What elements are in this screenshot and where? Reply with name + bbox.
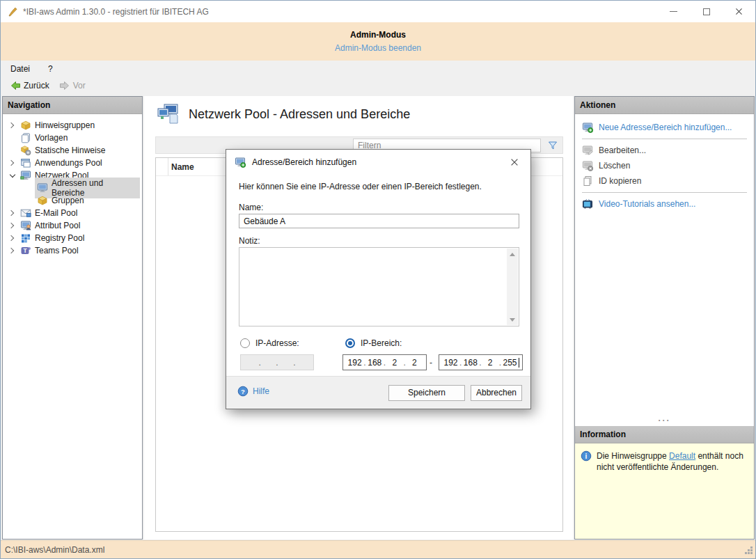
text-caret	[519, 358, 519, 368]
menu-datei[interactable]: Datei	[10, 64, 30, 74]
package-icon	[37, 195, 48, 206]
navigation-tree: Hinweisgruppen Vorlagen Statische Hinwei…	[3, 114, 142, 257]
pages-icon	[20, 132, 31, 143]
sidebar-item-vorlagen[interactable]: Vorlagen	[3, 132, 142, 144]
monitor-add-icon	[235, 157, 246, 168]
expand-chevron-icon[interactable]	[6, 249, 18, 253]
scroll-up-icon[interactable]	[507, 249, 518, 260]
expand-chevron-icon[interactable]	[6, 236, 18, 240]
name-field[interactable]	[239, 214, 519, 228]
close-button[interactable]	[723, 1, 755, 22]
maximize-button[interactable]	[690, 1, 723, 22]
title-bar: *IBI-aws Admin 1.30.0 - registriert für …	[1, 1, 755, 22]
sidebar-item-label: Anwendungs Pool	[35, 158, 102, 168]
sidebar-item-hinweisgruppen[interactable]: Hinweisgruppen	[3, 119, 142, 132]
action-label: ID kopieren	[599, 176, 641, 186]
sidebar-item-label: Vorlagen	[35, 133, 68, 143]
expand-chevron-icon[interactable]	[6, 211, 18, 215]
sidebar-item-attribut-pool[interactable]: Attribut Pool	[3, 219, 142, 232]
close-icon	[510, 157, 519, 167]
ip-address-field[interactable]: ...	[240, 354, 314, 370]
mail-icon	[20, 207, 31, 219]
action-copy-id[interactable]: ID kopieren	[575, 173, 754, 189]
action-new-address[interactable]: Neue Adresse/Bereich hinzufügen...	[575, 120, 754, 135]
note-field[interactable]	[239, 247, 519, 326]
navigation-panel: Navigation Hinweisgruppen Vorlagen Stati…	[2, 96, 143, 540]
minimize-button[interactable]	[657, 1, 690, 22]
dialog-title: Adresse/Bereich hinzufügen	[252, 157, 356, 167]
admin-mode-title: Admin-Modus	[1, 22, 755, 40]
resize-grip[interactable]	[743, 545, 753, 554]
divider	[582, 192, 747, 193]
copy-icon	[582, 175, 593, 187]
ip-range-radio[interactable]	[345, 338, 355, 348]
collapse-chevron-icon[interactable]	[6, 175, 18, 177]
network-pool-icon	[157, 104, 180, 125]
expand-chevron-icon[interactable]	[6, 161, 18, 165]
help-icon	[237, 386, 249, 397]
filter-funnel-icon	[547, 140, 558, 151]
panel-splitter[interactable]: ···	[575, 415, 754, 426]
menu-bar: Datei ?	[1, 61, 755, 77]
ip-fields-row: ... 192.168.2.2 - 192.168.2.255	[240, 354, 521, 370]
minimize-icon	[670, 11, 677, 12]
range-separator: -	[430, 354, 432, 370]
network-monitor-icon	[20, 170, 31, 181]
information-header: Information	[575, 426, 754, 443]
admin-mode-exit-link[interactable]: Admin-Modus beenden	[335, 43, 421, 53]
status-bar: C:\IBI-aws\Admin\Data.xml	[1, 540, 755, 558]
actions-header: Aktionen	[575, 97, 754, 114]
back-button[interactable]: Zurück	[6, 79, 53, 93]
nav-toolbar: Zurück Vor	[1, 77, 755, 94]
sidebar-item-label: Registry Pool	[35, 233, 84, 243]
ip-range-start-field[interactable]: 192.168.2.2	[342, 354, 427, 370]
forward-button[interactable]: Vor	[56, 79, 89, 93]
ip-range-option[interactable]: IP-Bereich:	[345, 338, 402, 348]
information-text: Die Hinweisgruppe Default enthält noch n…	[597, 450, 748, 539]
info-icon	[581, 450, 592, 462]
actions-list: Neue Adresse/Bereich hinzufügen... Bearb…	[575, 114, 754, 426]
ip-range-end-field[interactable]: 192.168.2.255	[439, 354, 523, 370]
right-panel: Aktionen Neue Adresse/Bereich hinzufügen…	[574, 96, 755, 540]
registry-grid-icon	[20, 233, 31, 244]
sidebar-item-label: Teams Pool	[35, 246, 79, 255]
expand-chevron-icon[interactable]	[6, 123, 18, 127]
sidebar-item-gruppen[interactable]: Gruppen	[3, 194, 142, 207]
column-header-name[interactable]: Name	[168, 162, 194, 172]
default-group-link[interactable]: Default	[669, 451, 695, 461]
window-controls	[657, 1, 755, 22]
info-text-before: Die Hinweisgruppe	[597, 451, 669, 461]
sidebar-item-statische-hinweise[interactable]: Statische Hinweise	[3, 144, 142, 157]
ip-address-label: IP-Adresse:	[255, 338, 299, 348]
scrollbar[interactable]	[507, 249, 518, 325]
splitter-grip-icon: ···	[659, 418, 671, 423]
scroll-down-icon[interactable]	[507, 314, 518, 325]
information-panel: Die Hinweisgruppe Default enthält noch n…	[575, 443, 754, 539]
app-icon	[7, 6, 18, 17]
sidebar-item-label: Statische Hinweise	[35, 145, 105, 155]
sidebar-item-email-pool[interactable]: E-Mail Pool	[3, 207, 142, 219]
action-label: Löschen	[599, 161, 630, 171]
sidebar-item-adressen-und-bereiche[interactable]: Adressen und Bereiche	[3, 182, 142, 194]
filter-button[interactable]	[546, 139, 560, 152]
action-edit[interactable]: Bearbeiten...	[575, 143, 754, 158]
sidebar-item-anwendungs-pool[interactable]: Anwendungs Pool	[3, 157, 142, 169]
ip-address-radio[interactable]	[240, 338, 250, 348]
close-icon	[734, 7, 743, 16]
monitor-delete-icon	[582, 160, 593, 171]
ip-address-option[interactable]: IP-Adresse:	[240, 338, 299, 348]
cancel-button[interactable]: Abbrechen	[471, 385, 522, 401]
sidebar-item-teams-pool[interactable]: Teams Pool	[3, 244, 142, 257]
action-delete[interactable]: Löschen	[575, 158, 754, 173]
admin-mode-banner: Admin-Modus Admin-Modus beenden	[1, 22, 755, 61]
menu-help[interactable]: ?	[48, 64, 53, 74]
help-label: Hilfe	[253, 386, 269, 396]
ip-range-label: IP-Bereich:	[361, 338, 402, 348]
monitor-icon	[37, 182, 48, 194]
dialog-close-button[interactable]	[505, 153, 524, 171]
save-button[interactable]: Speichern	[388, 385, 465, 401]
action-video-tutorials[interactable]: Video-Tutorials ansehen...	[575, 196, 754, 212]
help-link[interactable]: Hilfe	[237, 386, 269, 397]
expand-chevron-icon[interactable]	[6, 223, 18, 228]
sidebar-item-registry-pool[interactable]: Registry Pool	[3, 232, 142, 244]
